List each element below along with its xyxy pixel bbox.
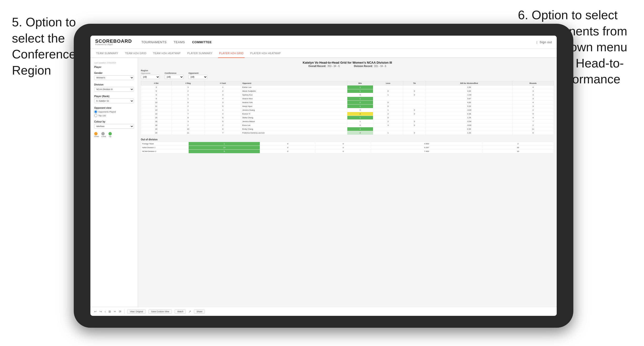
cell-loss: 1 [373, 108, 403, 112]
cell-conf: 4 [204, 97, 241, 101]
cell-rounds: 7 [512, 120, 554, 124]
cell-loss: 1 [373, 93, 403, 97]
subnav-team-h2h-grid[interactable]: TEAM H2H GRID [124, 49, 147, 58]
cell-tie: 0 [403, 93, 426, 97]
radio-top100[interactable]: Top 100 [94, 114, 134, 117]
main-content: Last Updated: 27/03/2024 Player Gender W… [90, 58, 557, 307]
gender-select[interactable]: Women's [94, 75, 134, 80]
ood-cell-win: 5 [189, 150, 260, 154]
cell-rounds: 4 [512, 101, 554, 105]
division-record: Division Record: 331 - 34 - 6 [354, 65, 386, 67]
cell-win: 1 [347, 116, 373, 120]
cell-reg: 1 [172, 108, 205, 112]
table-row: 16 3 5 Jessica Mason 1 2 0 -0.94 7 [141, 120, 554, 124]
redo-icon[interactable]: ↪ [100, 310, 102, 313]
scissors-icon[interactable]: ✂ [114, 310, 116, 313]
nav-tournaments[interactable]: TOURNAMENTS [141, 39, 166, 45]
cell-div: 6 [141, 93, 172, 97]
subnav-player-summary[interactable]: PLAYER SUMMARY [186, 49, 214, 58]
view-original-btn[interactable]: View: Original [127, 310, 146, 314]
cell-reg: 11 [172, 131, 205, 135]
cell-loss [373, 85, 403, 89]
sidebar-opponent-view-section: Opponent view Opponents Played Top 100 [94, 107, 134, 117]
ood-cell-rounds: 30 [482, 146, 554, 150]
last-updated: Last Updated: 27/03/2024 [94, 62, 134, 64]
subnav-player-h2h-grid[interactable]: PLAYER H2H GRID [218, 49, 244, 58]
cell-div: 5 [141, 89, 172, 93]
back-icon[interactable]: ‹ [105, 310, 106, 313]
player-rank-select[interactable]: 8. Katelyn Vo [94, 99, 134, 103]
table-row: 9 1 4 Sharon Mun 1 3.67 3 [141, 97, 554, 101]
conference-label: Conference [165, 72, 184, 74]
cell-conf: 5 [204, 120, 241, 124]
table-row: 14 7 4 Eunice Yi 2 2 0 0.38 9 [141, 112, 554, 116]
logo-text: SCOREBOARD [95, 39, 132, 43]
grid-icon[interactable]: ⊞ [108, 310, 111, 313]
share-btn[interactable]: Share [194, 310, 205, 314]
cell-div: 9 [141, 97, 172, 101]
tablet-screen: SCOREBOARD Powered by clippd TOURNAMENTS… [90, 36, 557, 316]
colour-by-select[interactable]: Win/loss [94, 124, 134, 129]
nav-teams[interactable]: TEAMS [174, 39, 185, 45]
dot-down-circle [94, 132, 98, 135]
cell-loss: 0 [373, 89, 403, 93]
nav-committee[interactable]: COMMITTEE [192, 39, 212, 45]
cell-tie [403, 97, 426, 101]
out-of-division-section: Out of division Foreign Team 1 0 0 4.500… [141, 138, 554, 154]
cell-loss: 1 [373, 131, 403, 135]
ood-cell-diff: 4.500 [371, 142, 482, 146]
report-header: Katelyn Vo Head-to-Head Grid for Women's… [141, 61, 554, 67]
division-select[interactable]: NCAA Division III [94, 87, 134, 92]
refresh-icon[interactable]: ⟳ [119, 310, 121, 313]
cell-div: 15 [141, 116, 172, 120]
cell-tie: 0 [403, 108, 426, 112]
subnav-team-summary[interactable]: TEAM SUMMARY [95, 49, 119, 58]
region-select[interactable]: (All) [141, 75, 160, 79]
out-of-division-label: Out of division [141, 138, 554, 141]
cell-conf: 2 [204, 124, 241, 127]
sidebar: Last Updated: 27/03/2024 Player Gender W… [90, 58, 138, 307]
colour-by-label: Colour by [94, 120, 134, 123]
cell-loss [373, 127, 403, 131]
logo-subtext: Powered by clippd [95, 43, 132, 46]
cell-diff: -0.94 [426, 120, 512, 124]
filter-region-group: Region Opponents: (All) [141, 69, 160, 79]
cell-win: 1 [347, 120, 373, 124]
watch-btn[interactable]: Watch [174, 310, 186, 314]
cell-loss: 0 [373, 101, 403, 105]
table-row: 13 1 1 Jessica Huang 0 1 0 -3.00 2 [141, 108, 554, 112]
cell-div: 13 [141, 108, 172, 112]
cell-reg: 8 [172, 116, 205, 120]
cell-loss: 0 [373, 105, 403, 108]
sidebar-player-section: Player [94, 66, 134, 68]
conference-select[interactable]: (All) [165, 75, 184, 79]
main-table: # Div # Reg # Conf Opponent Win Loss Tie… [141, 81, 554, 135]
cell-conf: 4 [204, 112, 241, 116]
save-custom-btn[interactable]: Save Custom View [148, 310, 172, 314]
ood-cell-loss: 0 [260, 150, 316, 154]
cell-loss: 3 [373, 124, 403, 127]
th-win: Win [347, 81, 373, 85]
cell-conf: 1 [204, 85, 241, 89]
radio-opponents-played[interactable]: Opponents Played [94, 110, 134, 113]
cell-rounds: 2 [512, 124, 554, 127]
cell-rounds: 3 [512, 89, 554, 93]
report-title: Katelyn Vo Head-to-Head Grid for Women's… [141, 61, 554, 64]
cell-tie: 0 [403, 89, 426, 93]
subnav-player-h2h-heatmap[interactable]: PLAYER H2H HEATMAP [249, 49, 282, 58]
cell-win: 4 [347, 127, 373, 131]
table-row: 11 2 5 Heejo Hyun 1 0 3.33 3 [141, 105, 554, 108]
sign-out-btn[interactable]: Sign out [540, 39, 552, 45]
subnav-team-h2h-heatmap[interactable]: TEAM H2H HEATMAP [152, 49, 182, 58]
th-rounds: Rounds [512, 81, 554, 85]
share-icon[interactable]: ↗ [189, 310, 191, 313]
th-conf: # Conf [204, 81, 241, 85]
cell-rounds: 3 [512, 93, 554, 97]
dot-level: Level [101, 132, 106, 138]
opponent-select[interactable]: (All) [188, 75, 208, 79]
table-row: 5 2 2 Alexis Sudjianto 1 0 0 4.00 3 [141, 89, 554, 93]
cell-rounds: 2 [512, 108, 554, 112]
cell-opponent: Euna Lee [241, 124, 347, 127]
undo-icon[interactable]: ↩ [94, 310, 96, 313]
ood-cell-win: 15 [189, 146, 260, 150]
